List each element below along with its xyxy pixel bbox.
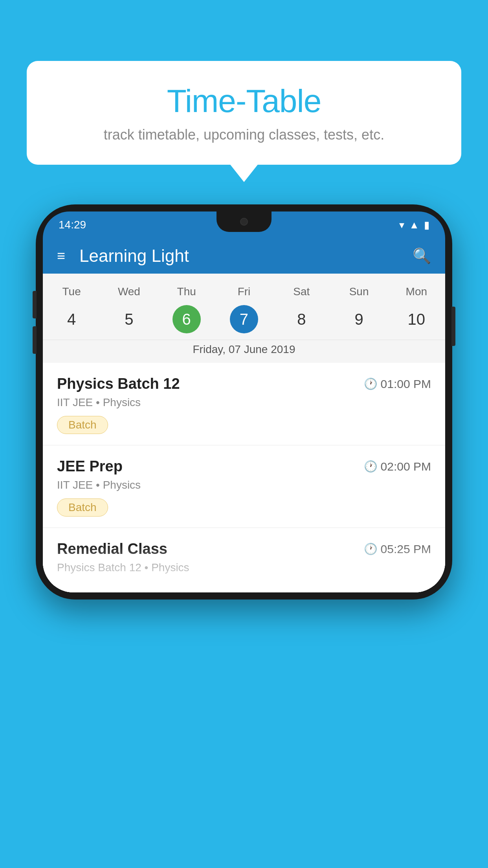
clock-icon-1: 🕐 [364, 377, 378, 390]
item-title-2: JEE Prep [57, 458, 123, 475]
item-subtitle-3: Physics Batch 12 • Physics [57, 561, 431, 574]
item-subtitle-2: IIT JEE • Physics [57, 479, 431, 491]
power-button [451, 307, 455, 346]
date-9[interactable]: 9 [330, 305, 387, 333]
app-header: ≡ Learning Light 🔍 [43, 238, 445, 274]
signal-icon: ▲ [409, 219, 419, 231]
item-title-3: Remedial Class [57, 541, 167, 557]
date-8[interactable]: 8 [273, 305, 330, 333]
day-mon[interactable]: Mon [388, 285, 445, 298]
schedule-item-2[interactable]: JEE Prep 🕐 02:00 PM IIT JEE • Physics Ba… [43, 445, 445, 528]
app-title: Learning Light [79, 246, 413, 266]
item-time-2: 🕐 02:00 PM [364, 460, 431, 473]
speech-bubble: Time-Table track timetable, upcoming cla… [27, 61, 461, 165]
date-5[interactable]: 5 [100, 305, 158, 333]
phone-content: Tue Wed Thu Fri Sat Sun Mon 4 5 6 7 8 9 … [43, 274, 445, 592]
date-4[interactable]: 4 [43, 305, 100, 333]
menu-icon[interactable]: ≡ [57, 248, 65, 264]
camera [240, 218, 248, 226]
day-wed[interactable]: Wed [100, 285, 158, 298]
bubble-subtitle: track timetable, upcoming classes, tests… [42, 127, 446, 143]
day-sun[interactable]: Sun [330, 285, 387, 298]
item-title-1: Physics Batch 12 [57, 375, 180, 392]
search-icon[interactable]: 🔍 [413, 247, 431, 265]
bubble-title: Time-Table [42, 83, 446, 120]
volume-down-button [33, 326, 37, 354]
date-7-selected[interactable]: 7 [230, 305, 258, 333]
day-fri[interactable]: Fri [215, 285, 273, 298]
batch-badge-1: Batch [57, 416, 108, 434]
schedule-list: Physics Batch 12 🕐 01:00 PM IIT JEE • Ph… [43, 363, 445, 592]
phone-frame: 14:29 ▾ ▲ ▮ ≡ Learning Light 🔍 Tue Wed T… [36, 204, 452, 600]
item-header-1: Physics Batch 12 🕐 01:00 PM [57, 375, 431, 392]
selected-date-label: Friday, 07 June 2019 [43, 340, 445, 363]
day-tue[interactable]: Tue [43, 285, 100, 298]
status-icons: ▾ ▲ ▮ [399, 219, 429, 231]
calendar-section: Tue Wed Thu Fri Sat Sun Mon 4 5 6 7 8 9 … [43, 274, 445, 363]
date-10[interactable]: 10 [388, 305, 445, 333]
batch-badge-2: Batch [57, 498, 108, 517]
volume-up-button [33, 291, 37, 318]
days-header: Tue Wed Thu Fri Sat Sun Mon [43, 281, 445, 302]
item-header-2: JEE Prep 🕐 02:00 PM [57, 458, 431, 475]
battery-icon: ▮ [424, 219, 429, 231]
wifi-icon: ▾ [399, 219, 404, 231]
item-subtitle-1: IIT JEE • Physics [57, 396, 431, 409]
dates-row: 4 5 6 7 8 9 10 [43, 302, 445, 340]
status-bar: 14:29 ▾ ▲ ▮ [43, 211, 445, 238]
item-time-1: 🕐 01:00 PM [364, 377, 431, 391]
day-thu[interactable]: Thu [158, 285, 215, 298]
schedule-item-3[interactable]: Remedial Class 🕐 05:25 PM Physics Batch … [43, 528, 445, 592]
schedule-item-1[interactable]: Physics Batch 12 🕐 01:00 PM IIT JEE • Ph… [43, 363, 445, 445]
item-header-3: Remedial Class 🕐 05:25 PM [57, 541, 431, 557]
date-6-today[interactable]: 6 [172, 305, 201, 333]
clock-icon-2: 🕐 [364, 460, 378, 473]
day-sat[interactable]: Sat [273, 285, 330, 298]
status-time: 14:29 [59, 219, 86, 231]
notch [216, 211, 272, 232]
phone-mockup: 14:29 ▾ ▲ ▮ ≡ Learning Light 🔍 Tue Wed T… [36, 204, 452, 600]
item-time-3: 🕐 05:25 PM [364, 542, 431, 556]
clock-icon-3: 🕐 [364, 542, 378, 555]
